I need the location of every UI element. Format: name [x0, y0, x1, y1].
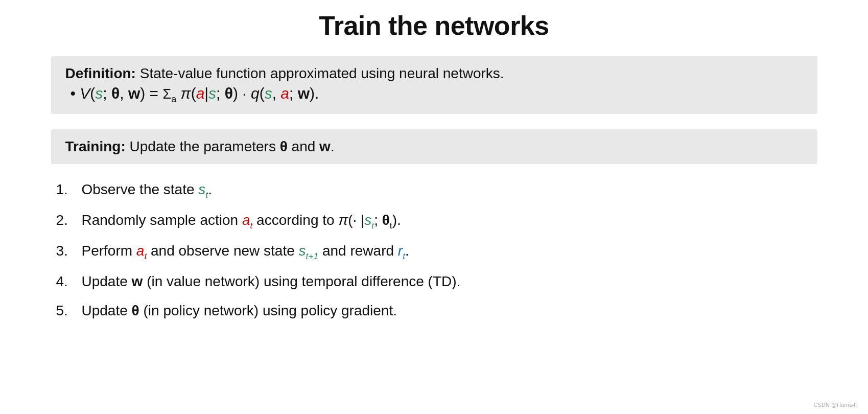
steps-list: 1. Observe the state st. 2. Randomly sam…	[51, 179, 817, 320]
definition-box: Definition: State-value function approxi…	[51, 56, 817, 114]
list-item: 1. Observe the state st.	[51, 179, 817, 201]
step-number-2: 2.	[51, 212, 82, 228]
definition-formula: • V(s; θ, w) = Σa π(a|s; θ) · q(s, a; w)…	[65, 85, 803, 105]
step-text-4: Update w (in value network) using tempor…	[82, 271, 817, 291]
definition-label: Definition:	[65, 65, 136, 81]
training-box: Training: Update the parameters θ and w.	[51, 129, 817, 164]
step-text-3: Perform at and observe new state st+1 an…	[82, 241, 817, 262]
list-item: 5. Update θ (in policy network) using po…	[51, 301, 817, 320]
list-item: 4. Update w (in value network) using tem…	[51, 271, 817, 291]
step-number-1: 1.	[51, 181, 82, 198]
definition-line1: Definition: State-value function approxi…	[65, 65, 803, 82]
list-item: 2. Randomly sample action at according t…	[51, 210, 817, 232]
content-area: Definition: State-value function approxi…	[51, 56, 817, 330]
training-label: Training:	[65, 139, 126, 154]
step-text-5: Update θ (in policy network) using polic…	[82, 301, 817, 320]
training-text: Update the parameters θ and w.	[126, 139, 335, 154]
step-number-5: 5.	[51, 303, 82, 319]
definition-text: State-value function approximated using …	[136, 65, 504, 81]
step-number-4: 4.	[51, 273, 82, 290]
watermark: CSDN @Harris-H	[814, 402, 858, 408]
list-item: 3. Perform at and observe new state st+1…	[51, 241, 817, 262]
step-number-3: 3.	[51, 243, 82, 259]
step-text-1: Observe the state st.	[82, 179, 817, 201]
training-line: Training: Update the parameters θ and w.	[65, 139, 803, 155]
page-title: Train the networks	[319, 10, 549, 41]
step-text-2: Randomly sample action at according to π…	[82, 210, 817, 232]
